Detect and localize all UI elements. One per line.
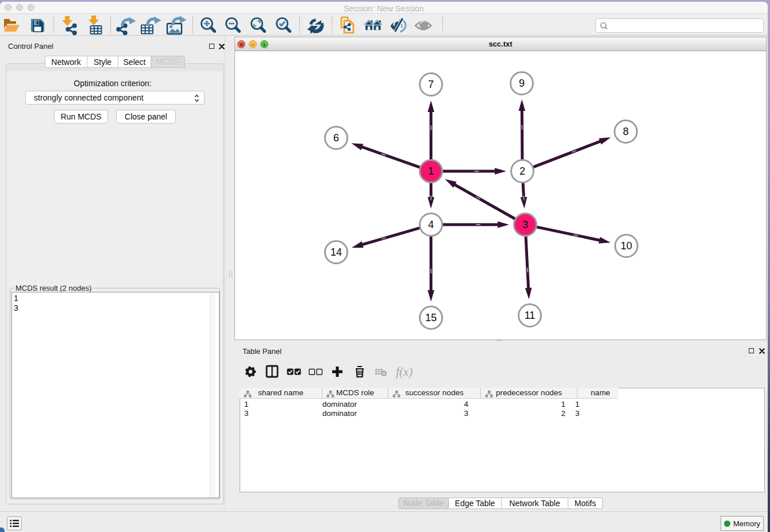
svg-text:8: 8 bbox=[623, 126, 629, 137]
svg-text:4: 4 bbox=[428, 219, 434, 230]
svg-text:6: 6 bbox=[333, 132, 339, 144]
svg-text:f(x): f(x) bbox=[396, 365, 413, 379]
svg-text:14: 14 bbox=[330, 246, 342, 258]
svg-text:15: 15 bbox=[425, 312, 437, 323]
svg-text:11: 11 bbox=[525, 310, 536, 321]
svg-text:3: 3 bbox=[522, 219, 528, 230]
svg-text:2: 2 bbox=[519, 165, 525, 177]
svg-text:1: 1 bbox=[428, 165, 434, 177]
svg-text:10: 10 bbox=[621, 240, 632, 252]
svg-text:9: 9 bbox=[519, 78, 525, 89]
svg-text:7: 7 bbox=[428, 79, 434, 90]
